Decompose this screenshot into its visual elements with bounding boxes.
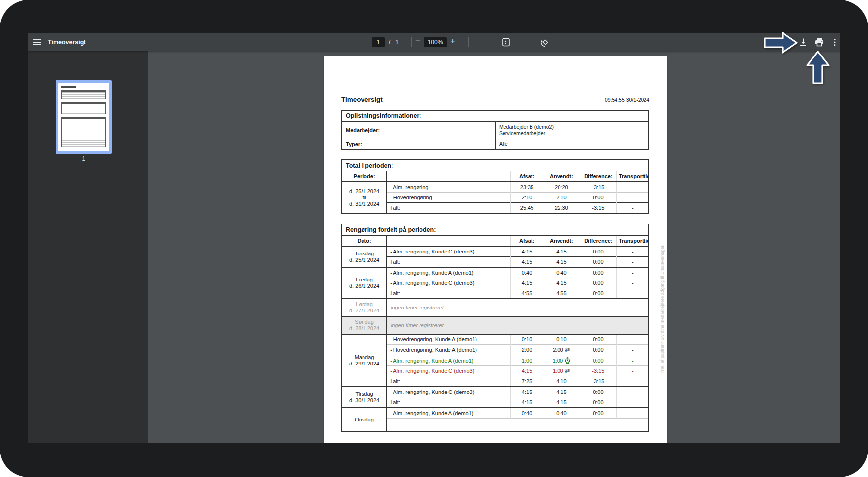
value-cell: 2:00⇄ — [543, 345, 580, 355]
activity-cell: - Alm. rengøring, Kunde A (demo1) — [387, 355, 511, 366]
column-header-row: Periode:Afsat:Anvendt:Difference:Transpo… — [342, 171, 649, 182]
value-cell: - — [616, 288, 649, 299]
zoom-out-button[interactable]: − — [415, 36, 420, 46]
date-cell: d. 25/1 2024tild. 31/1 2024 — [342, 182, 387, 213]
value-cell: 2:10 — [543, 193, 580, 203]
toolbar-separator — [411, 37, 412, 47]
activity-cell: - Hovedrengøring, Kunde A (demo1) — [387, 345, 511, 355]
value-cell: -3:15 — [580, 203, 616, 214]
value-cell: 4:15 — [511, 397, 543, 408]
activity-cell: - Alm. rengøring, Kunde A (demo1) — [387, 408, 511, 419]
value-cell: -3:15 — [580, 182, 616, 193]
page-thumbnail[interactable] — [56, 80, 112, 154]
toolbar-document-title: Timeoversigt — [48, 39, 86, 46]
page-divider: / — [389, 39, 390, 46]
value-cell: 1:00 — [543, 355, 580, 366]
value-cell: 0:00 — [580, 334, 616, 345]
value-cell: - — [616, 246, 649, 257]
value-cell: 4:15 — [543, 246, 580, 257]
table-row: Søndagd. 28/1 2024Ingen timer registrere… — [342, 316, 649, 334]
date-cell: Lørdagd. 27/1 2024 — [342, 299, 387, 316]
value-cell: 0:00 — [580, 408, 616, 419]
fit-to-page-button[interactable] — [501, 37, 511, 47]
page-count: 1 — [395, 39, 399, 46]
document-page: Timeoversigt 09:54:55 30/1-2024 Oplistni… — [324, 56, 667, 443]
value-cell: 0:00 — [580, 387, 616, 397]
activity-cell: - Hovedrengøring — [387, 193, 511, 203]
print-icon — [814, 37, 824, 47]
value-cell: 22:30 — [543, 203, 580, 214]
fit-to-page-icon — [501, 37, 511, 47]
value-cell: 4:15 — [543, 257, 580, 268]
info-table: Oplistningsinformationer:Medarbejder:Med… — [341, 110, 649, 150]
value-cell: - — [616, 345, 649, 355]
document-header: Timeoversigt 09:54:55 30/1-2024 — [341, 96, 649, 103]
table-row: - Alm. rengøring, Kunde C (demo3)4:151:0… — [342, 366, 649, 376]
date-cell: Onsdag — [342, 408, 387, 432]
table-row: - Hovedrengøring2:102:100:00- — [342, 193, 649, 203]
value-cell: 0:40 — [511, 267, 543, 278]
date-cell: Tirsdagd. 30/1 2024 — [342, 387, 387, 408]
value-cell: 2:10 — [511, 193, 543, 203]
value-cell: - — [616, 203, 649, 214]
value-cell: 0:10 — [511, 334, 543, 345]
value-cell: - — [616, 387, 649, 397]
value-cell: 4:15 — [543, 397, 580, 408]
value-cell: 0:00 — [580, 345, 616, 355]
column-header-cell: Transporttid: — [616, 236, 649, 247]
table-row: Torsdagd. 25/1 2024- Alm. rengøring, Kun… — [342, 246, 649, 257]
column-header-cell — [387, 171, 511, 182]
info-label-cell: Typer: — [342, 139, 496, 150]
activity-cell: - Alm. rengøring, Kunde C (demo3) — [387, 278, 511, 288]
value-cell: - — [616, 376, 649, 387]
browser-window: Timeoversigt 1 / 1 − 100% + — [28, 33, 840, 443]
value-cell: - — [616, 408, 649, 419]
value-cell: 4:55 — [543, 288, 580, 299]
more-options-button[interactable] — [830, 37, 839, 47]
download-button[interactable] — [798, 37, 808, 47]
column-header-cell: Transporttid: — [616, 171, 649, 182]
value-cell: - — [616, 193, 649, 203]
table-row: Onsdag- Alm. rengøring, Kunde A (demo1)0… — [342, 408, 649, 419]
column-header-cell: Afsat: — [511, 171, 543, 182]
pdf-viewport[interactable]: Timeoversigt 09:54:55 30/1-2024 Oplistni… — [148, 51, 840, 443]
activity-cell: - Alm. rengøring, Kunde C (demo3) — [387, 387, 511, 397]
annotation-arrow-right-at-download — [763, 30, 799, 55]
value-cell: - — [616, 355, 649, 366]
value-cell: 4:10 — [543, 376, 580, 387]
data-table: Total i perioden:Periode:Afsat:Anvendt:D… — [341, 159, 649, 214]
zoom-in-button[interactable]: + — [450, 36, 455, 46]
print-button[interactable] — [814, 37, 824, 47]
pdf-toolbar: Timeoversigt 1 / 1 − 100% + — [28, 33, 840, 51]
value-cell: - — [616, 397, 649, 408]
value-cell: 0:40 — [543, 267, 580, 278]
info-value-cell: Alle — [496, 139, 649, 150]
value-cell: 0:00 — [580, 278, 616, 288]
value-cell: 0:40 — [511, 408, 543, 419]
value-cell: 0:10 — [543, 334, 580, 345]
value-cell: 4:15 — [543, 278, 580, 288]
rotate-button[interactable] — [540, 37, 550, 47]
zoom-level-input[interactable]: 100% — [424, 37, 447, 47]
page-number-input[interactable]: 1 — [372, 37, 385, 47]
value-cell: - — [616, 257, 649, 268]
total-row: I alt:25:4522:30-3:15- — [342, 203, 649, 214]
column-header-cell: Afsat: — [511, 236, 543, 247]
value-cell: 0:00 — [580, 193, 616, 203]
value-cell: 0:00 — [580, 257, 616, 268]
table-title: Total i perioden: — [342, 160, 649, 171]
value-cell: 4:55 — [511, 288, 543, 299]
date-cell: Fredagd. 26/1 2024 — [342, 267, 387, 299]
menu-button[interactable] — [32, 37, 43, 48]
column-header-row: Dato:Afsat:Anvendt:Difference:Transportt… — [342, 236, 649, 247]
swap-arrows-icon: ⇄ — [565, 368, 570, 373]
activity-cell: - Alm. rengøring — [387, 182, 511, 193]
table-row: Mandagd. 29/1 2024- Hovedrengøring, Kund… — [342, 334, 649, 345]
annotation-arrow-up-at-print — [805, 50, 831, 84]
value-cell: 4:15 — [511, 278, 543, 288]
table-row: - Alm. rengøring, Kunde A (demo1)1:001:0… — [342, 355, 649, 366]
table-title: Rengøring fordelt på perioden: — [342, 224, 649, 236]
activity-cell: - Alm. rengøring, Kunde C (demo3) — [387, 246, 511, 257]
date-cell: Mandagd. 29/1 2024 — [342, 334, 387, 387]
table-row: - Hovedrengøring, Kunde A (demo1)2:002:0… — [342, 345, 649, 355]
